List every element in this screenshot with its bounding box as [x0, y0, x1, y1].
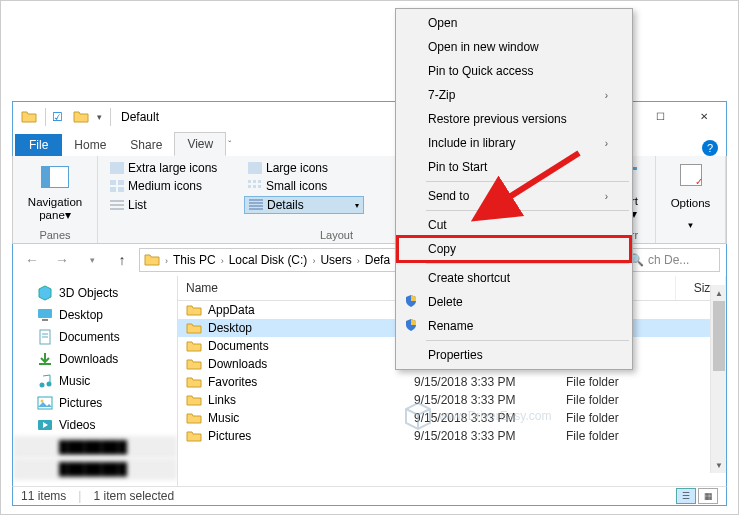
- navigation-pane-button[interactable]: Navigationpane▾: [28, 196, 82, 221]
- ribbon-options-group: Options ▼: [656, 156, 726, 243]
- svg-point-28: [40, 383, 45, 388]
- folder-icon: [186, 358, 202, 371]
- scroll-up[interactable]: ▲: [711, 285, 727, 301]
- svg-point-29: [47, 382, 52, 387]
- menu-item-pin-to-start[interactable]: Pin to Start: [398, 155, 630, 179]
- layout-medium[interactable]: Medium icons: [106, 178, 236, 194]
- layout-details[interactable]: Details▾: [244, 196, 364, 214]
- sidebar-item-label: Downloads: [59, 352, 118, 366]
- up-button[interactable]: ↑: [109, 248, 135, 272]
- menu-item-label: 7-Zip: [428, 88, 455, 102]
- search-input[interactable]: 🔍 ch De...: [624, 248, 720, 272]
- desktop-icon: [37, 307, 53, 323]
- chevron-right-icon: ›: [605, 90, 608, 101]
- tab-share[interactable]: Share: [118, 134, 174, 156]
- sidebar-item-label: Music: [59, 374, 90, 388]
- menu-item-cut[interactable]: Cut: [398, 213, 630, 237]
- sidebar-item[interactable]: Pictures: [13, 392, 177, 414]
- crumb-this-pc[interactable]: This PC: [173, 253, 216, 267]
- group-label: Panes: [39, 229, 70, 241]
- menu-item-label: Open in new window: [428, 40, 539, 54]
- svg-rect-27: [39, 363, 51, 365]
- cube-icon: [37, 285, 53, 301]
- menu-item-properties[interactable]: Properties: [398, 343, 630, 367]
- sidebar-item[interactable]: Downloads: [13, 348, 177, 370]
- options-dropdown[interactable]: ▼: [664, 221, 717, 230]
- menu-item-7-zip[interactable]: 7-Zip›: [398, 83, 630, 107]
- svg-rect-10: [253, 185, 256, 188]
- menu-item-delete[interactable]: Delete: [398, 290, 630, 314]
- crumb-default[interactable]: Defa: [365, 253, 390, 267]
- sidebar-item[interactable]: Desktop: [13, 304, 177, 326]
- menu-item-open-in-new-window[interactable]: Open in new window: [398, 35, 630, 59]
- qat-overflow[interactable]: ▾: [93, 112, 106, 122]
- scroll-down[interactable]: ▼: [711, 457, 727, 473]
- maximize-button[interactable]: ☐: [638, 103, 682, 131]
- separator: [110, 108, 111, 126]
- sidebar-item-blurred[interactable]: ████████: [13, 436, 177, 458]
- chevron-right-icon: ›: [605, 138, 608, 149]
- sidebar-item[interactable]: Documents: [13, 326, 177, 348]
- file-date: 9/15/2018 3:33 PM: [414, 429, 566, 443]
- crumb-users[interactable]: Users: [320, 253, 351, 267]
- svg-rect-11: [258, 185, 261, 188]
- options-button[interactable]: Options: [664, 197, 717, 209]
- menu-item-rename[interactable]: Rename: [398, 314, 630, 338]
- svg-point-31: [41, 400, 44, 403]
- tab-view[interactable]: View: [174, 132, 226, 156]
- table-row[interactable]: Music9/15/2018 3:33 PMFile folder: [178, 409, 726, 427]
- crumb-disk[interactable]: Local Disk (C:): [229, 253, 308, 267]
- tab-home[interactable]: Home: [62, 134, 118, 156]
- folder-icon: [186, 322, 202, 335]
- music-icon: [37, 373, 53, 389]
- sidebar-item[interactable]: 3D Objects: [13, 282, 177, 304]
- svg-rect-9: [248, 185, 251, 188]
- document-icon: [37, 329, 53, 345]
- svg-rect-4: [110, 187, 116, 192]
- menu-item-label: Rename: [428, 319, 473, 333]
- col-name[interactable]: Name: [178, 276, 414, 300]
- view-details-button[interactable]: ☰: [676, 488, 696, 504]
- layout-list[interactable]: List: [106, 196, 236, 214]
- folder-icon: [186, 394, 202, 407]
- menu-item-label: Include in library: [428, 136, 515, 150]
- shield-icon: [404, 294, 420, 310]
- file-name: Pictures: [208, 429, 251, 443]
- menu-item-send-to[interactable]: Send to›: [398, 184, 630, 208]
- options-icon[interactable]: [680, 164, 702, 186]
- ribbon-panes-group: Navigationpane▾ Panes: [13, 156, 98, 243]
- view-thumbnails-button[interactable]: ▦: [698, 488, 718, 504]
- sidebar-item[interactable]: Music: [13, 370, 177, 392]
- layout-small[interactable]: Small icons: [244, 178, 364, 194]
- help-icon[interactable]: ?: [702, 140, 718, 156]
- menu-item-restore-previous-versions[interactable]: Restore previous versions: [398, 107, 630, 131]
- folder-icon: [186, 340, 202, 353]
- close-button[interactable]: ✕: [682, 103, 726, 131]
- layout-extra-large[interactable]: Extra large icons: [106, 160, 236, 176]
- sidebar-item[interactable]: Videos: [13, 414, 177, 436]
- menu-item-copy[interactable]: Copy: [398, 237, 630, 261]
- menu-item-pin-to-quick-access[interactable]: Pin to Quick access: [398, 59, 630, 83]
- back-button[interactable]: ←: [19, 248, 45, 272]
- sidebar-item-blurred[interactable]: ████████: [13, 458, 177, 480]
- ribbon-collapse[interactable]: ˇ: [228, 139, 231, 149]
- navigation-pane-icon[interactable]: [41, 166, 69, 188]
- scroll-thumb[interactable]: [713, 301, 725, 371]
- menu-item-create-shortcut[interactable]: Create shortcut: [398, 266, 630, 290]
- separator: [45, 108, 46, 126]
- svg-rect-23: [42, 319, 48, 321]
- file-type: File folder: [566, 393, 676, 407]
- recent-button[interactable]: ▾: [79, 248, 105, 272]
- menu-item-label: Pin to Quick access: [428, 64, 533, 78]
- table-row[interactable]: Pictures9/15/2018 3:33 PMFile folder: [178, 427, 726, 445]
- tab-file[interactable]: File: [15, 134, 62, 156]
- table-row[interactable]: Favorites9/15/2018 3:33 PMFile folder: [178, 373, 726, 391]
- table-row[interactable]: Links9/15/2018 3:33 PMFile folder: [178, 391, 726, 409]
- layout-large[interactable]: Large icons: [244, 160, 364, 176]
- menu-item-include-in-library[interactable]: Include in library›: [398, 131, 630, 155]
- forward-button[interactable]: →: [49, 248, 75, 272]
- sidebar-item-label: Videos: [59, 418, 95, 432]
- menu-item-open[interactable]: Open: [398, 11, 630, 35]
- scrollbar[interactable]: ▲ ▼: [710, 285, 726, 473]
- menu-item-label: Delete: [428, 295, 463, 309]
